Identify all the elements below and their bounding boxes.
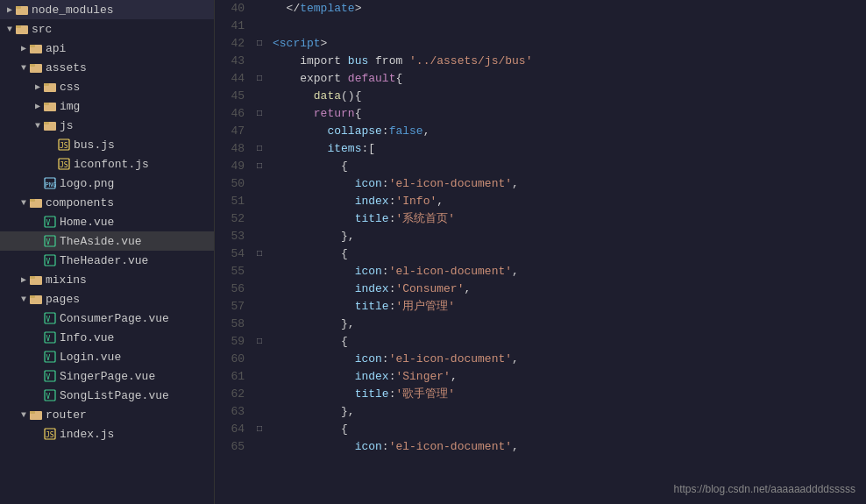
line-content: <script> — [266, 35, 327, 53]
js-file-icon: JS — [44, 428, 56, 441]
svg-text:V: V — [46, 316, 51, 323]
line-number: 48 — [215, 140, 253, 158]
svg-rect-11 — [44, 103, 49, 105]
tree-item-SingerPage.vue[interactable]: VSingerPage.vue — [0, 366, 214, 386]
svg-rect-29 — [30, 276, 35, 279]
tree-item-components[interactable]: ▼components — [0, 193, 214, 212]
tree-item-src[interactable]: ▼src — [0, 19, 214, 39]
code-line-56: 56 index:'Consumer', — [215, 280, 866, 298]
line-number: 56 — [215, 280, 253, 298]
tree-item-logo.png[interactable]: PNGlogo.png — [0, 174, 214, 193]
svg-text:V: V — [46, 373, 51, 381]
code-line-57: 57 title:'用户管理' — [215, 298, 866, 316]
tree-item-label: iconfont.js — [74, 158, 149, 171]
svg-text:PNG: PNG — [46, 181, 57, 188]
line-content: title:'歌手管理' — [266, 386, 455, 403]
line-content: icon:'el-icon-document', — [266, 263, 519, 280]
vue-file-icon: V — [44, 351, 56, 364]
tree-item-label: TheHeader.vue — [60, 254, 148, 267]
line-content: icon:'el-icon-document', — [266, 175, 519, 193]
line-content: }, — [266, 228, 355, 245]
line-content: index:'Consumer', — [266, 280, 471, 298]
tree-item-label: SongListPage.vue — [60, 389, 169, 402]
fold-marker[interactable]: □ — [253, 421, 266, 438]
line-number: 59 — [215, 333, 253, 351]
tree-item-pages[interactable]: ▼pages — [0, 289, 214, 309]
arrow-icon: ▶ — [18, 43, 30, 53]
tree-item-assets[interactable]: ▼assets — [0, 58, 214, 77]
arrow-icon: ▶ — [32, 101, 44, 111]
tree-item-js[interactable]: ▼js — [0, 116, 214, 135]
line-content: title:'系统首页' — [266, 210, 455, 228]
fold-marker[interactable]: □ — [253, 35, 266, 53]
svg-rect-5 — [30, 45, 35, 47]
tree-item-mixins[interactable]: ▶mixins — [0, 270, 214, 289]
line-number: 53 — [215, 228, 253, 245]
tree-item-label: assets — [46, 61, 87, 75]
svg-rect-1 — [16, 6, 21, 9]
tree-item-Login.vue[interactable]: VLogin.vue — [0, 347, 214, 366]
line-content: index:'Info', — [266, 193, 444, 210]
tree-item-label: js — [60, 119, 74, 132]
tree-item-api[interactable]: ▶api — [0, 39, 214, 58]
svg-rect-31 — [30, 295, 35, 298]
line-content: { — [266, 421, 348, 438]
fold-marker[interactable]: □ — [253, 333, 266, 351]
svg-text:V: V — [46, 238, 51, 246]
tree-item-node_modules[interactable]: ▶node_modules — [0, 0, 214, 19]
tree-item-TheHeader.vue[interactable]: VTheHeader.vue — [0, 251, 214, 270]
fold-marker[interactable]: □ — [253, 105, 266, 123]
tree-item-Info.vue[interactable]: VInfo.vue — [0, 328, 214, 347]
line-number: 47 — [215, 123, 253, 140]
vue-file-icon: V — [44, 331, 56, 344]
vue-file-icon: V — [44, 370, 56, 383]
tree-item-index.js[interactable]: JSindex.js — [0, 424, 214, 444]
code-line-49: 49□ { — [215, 158, 866, 175]
file-tree[interactable]: ▶node_modules▼src▶api▼assets▶css▶img▼jsJ… — [0, 0, 215, 504]
line-content: return{ — [266, 105, 361, 123]
tree-item-bus.js[interactable]: JSbus.js — [0, 135, 214, 154]
line-number: 43 — [215, 53, 253, 70]
line-content: collapse:false, — [266, 123, 429, 140]
code-line-60: 60 icon:'el-icon-document', — [215, 351, 866, 368]
code-line-45: 45 data(){ — [215, 88, 866, 105]
fold-marker[interactable]: □ — [253, 245, 266, 263]
fold-marker[interactable]: □ — [253, 70, 266, 88]
line-content: title:'用户管理' — [266, 298, 455, 316]
fold-marker[interactable]: □ — [253, 140, 266, 158]
vue-file-icon: V — [44, 235, 56, 248]
tree-item-css[interactable]: ▶css — [0, 77, 214, 96]
line-number: 58 — [215, 316, 253, 333]
code-line-55: 55 icon:'el-icon-document', — [215, 263, 866, 280]
line-number: 45 — [215, 88, 253, 105]
line-number: 61 — [215, 368, 253, 386]
tree-item-label: index.js — [60, 428, 114, 441]
tree-item-ConsumerPage.vue[interactable]: VConsumerPage.vue — [0, 309, 214, 328]
arrow-icon: ▼ — [18, 295, 30, 304]
line-content: { — [266, 245, 348, 263]
code-line-41: 41 — [215, 18, 866, 35]
code-line-44: 44□ export default{ — [215, 70, 866, 88]
js-file-icon: JS — [58, 158, 70, 171]
fold-marker[interactable]: □ — [253, 158, 266, 175]
tree-item-img[interactable]: ▶img — [0, 96, 214, 116]
tree-item-SongListPage.vue[interactable]: VSongListPage.vue — [0, 386, 214, 405]
line-number: 51 — [215, 193, 253, 210]
svg-rect-3 — [16, 25, 21, 28]
line-number: 52 — [215, 210, 253, 228]
code-line-64: 64□ { — [215, 421, 866, 438]
tree-item-iconfont.js[interactable]: JSiconfont.js — [0, 154, 214, 174]
line-number: 55 — [215, 263, 253, 280]
svg-text:JS: JS — [60, 161, 68, 169]
code-line-54: 54□ { — [215, 245, 866, 263]
tree-item-label: router — [46, 408, 87, 422]
line-content: index:'Singer', — [266, 368, 458, 386]
line-number: 42 — [215, 35, 253, 53]
tree-item-router[interactable]: ▼router — [0, 405, 214, 424]
svg-rect-13 — [44, 122, 49, 124]
tree-item-TheAside.vue[interactable]: VTheAside.vue — [0, 231, 214, 251]
tree-item-Home.vue[interactable]: VHome.vue — [0, 212, 214, 231]
line-content: import bus from '../assets/js/bus' — [266, 53, 532, 70]
tree-item-label: mixins — [46, 273, 87, 287]
vue-file-icon: V — [44, 389, 56, 402]
